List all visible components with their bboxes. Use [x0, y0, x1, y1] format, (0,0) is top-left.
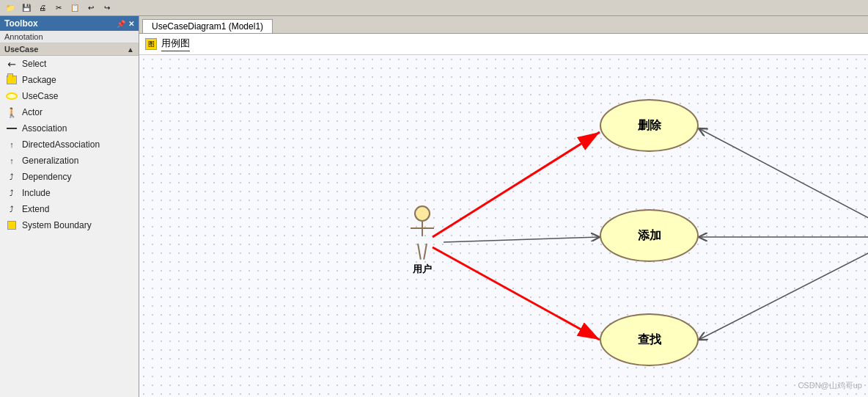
- toolbox-group-label: UseCase: [4, 45, 38, 54]
- usecase-icon: [6, 90, 18, 102]
- toolbox-header-icons: 📌 ✕: [117, 20, 134, 28]
- generalization-label: Generalization: [22, 156, 78, 166]
- watermark: CSDN@山鸡哥up: [798, 380, 862, 391]
- directed-label: DirectedAssociation: [22, 139, 100, 150]
- system-boundary-label: System Boundary: [22, 220, 92, 230]
- actor-user-torso: [422, 222, 423, 236]
- association-label: Association: [22, 123, 67, 134]
- include-icon: ⤴: [6, 187, 18, 199]
- diagram-icon-text: 图: [148, 40, 155, 49]
- toolbar-btn-7[interactable]: ↪: [100, 1, 114, 15]
- toolbox-item-usecase[interactable]: UseCase: [0, 88, 139, 104]
- usecase-delete[interactable]: 删除: [600, 99, 699, 152]
- right-panel: UseCaseDiagram1 (Model1) 图 用例图: [139, 16, 868, 397]
- arrow-admin-search: [699, 247, 868, 340]
- toolbar-row: 📁 💾 🖨 ✂ 📋 ↩ ↪: [0, 0, 868, 16]
- actor-user-leg-left: [417, 244, 422, 260]
- actor-user-legs: [417, 244, 427, 260]
- actor-user-arm-bar: [411, 227, 434, 229]
- toolbar-btn-1[interactable]: 📁: [3, 1, 18, 15]
- extend-label: Extend: [22, 204, 49, 214]
- usecase-add[interactable]: 添加: [600, 209, 699, 262]
- actor-icon: 🚶: [6, 106, 18, 118]
- diagram-canvas[interactable]: 删除 添加 查找: [139, 55, 868, 397]
- select-icon: ↖: [6, 58, 18, 70]
- toolbox-item-package[interactable]: Package: [0, 72, 139, 88]
- diagram-type-icon: 图: [145, 38, 157, 50]
- toolbox-item-directed[interactable]: ↑ DirectedAssociation: [0, 136, 139, 153]
- system-boundary-icon: [6, 219, 18, 231]
- tab-label: UseCaseDiagram1 (Model1): [152, 21, 263, 32]
- toolbox-item-extend[interactable]: ⤴ Extend: [0, 201, 139, 217]
- actor-user-head: [414, 205, 430, 222]
- toolbox-title: Toolbox: [4, 18, 38, 29]
- association-icon: [6, 123, 18, 134]
- usecase-search[interactable]: 查找: [600, 313, 699, 366]
- actor-user-label: 用户: [413, 263, 432, 276]
- toolbar-btn-5[interactable]: 📋: [67, 1, 82, 15]
- toolbar-btn-4[interactable]: ✂: [51, 1, 66, 15]
- actor-user-body: [411, 222, 434, 260]
- usecase-search-label: 查找: [638, 332, 661, 348]
- content-area: Toolbox 📌 ✕ Annotation UseCase ▲ ↖ Selec…: [0, 16, 868, 397]
- pin-icon[interactable]: 📌: [117, 20, 125, 28]
- include-label: Include: [22, 188, 51, 198]
- arrows-svg: [139, 55, 868, 397]
- main-container: 📁 💾 🖨 ✂ 📋 ↩ ↪ Toolbox 📌 ✕ Annotation Use…: [0, 0, 868, 397]
- extend-icon: ⤴: [6, 203, 18, 215]
- actor-user-leg-right: [423, 244, 427, 260]
- diagram-header: 图 用例图: [139, 34, 868, 55]
- toolbox-item-association[interactable]: Association: [0, 120, 139, 136]
- diagram-area: 图 用例图: [139, 34, 868, 397]
- toolbox-section-annotation: Annotation: [0, 31, 139, 43]
- actor-label: Actor: [22, 107, 43, 117]
- package-icon: [6, 74, 18, 86]
- toolbox-item-dependency[interactable]: ⤴ Dependency: [0, 169, 139, 185]
- generalization-icon: ↑: [6, 155, 18, 167]
- arrow-user-search: [433, 247, 600, 340]
- usecase-add-label: 添加: [638, 228, 661, 244]
- close-icon[interactable]: ✕: [128, 20, 134, 28]
- toolbar-btn-2[interactable]: 💾: [19, 1, 34, 15]
- dependency-label: Dependency: [22, 172, 71, 182]
- tab-bar: UseCaseDiagram1 (Model1): [139, 16, 868, 34]
- toolbar-btn-3[interactable]: 🖨: [35, 1, 50, 15]
- actor-user[interactable]: 用户: [411, 205, 434, 276]
- usecase-label: UseCase: [22, 91, 58, 101]
- toolbox-header: Toolbox 📌 ✕: [0, 16, 139, 31]
- package-label: Package: [22, 75, 56, 85]
- arrow-user-delete: [433, 132, 600, 237]
- toolbox-item-actor[interactable]: 🚶 Actor: [0, 104, 139, 120]
- actor-user-arms: [411, 236, 434, 238]
- usecase-delete-label: 删除: [638, 118, 661, 134]
- diagram-title: 用例图: [161, 37, 190, 51]
- toolbox-panel: Toolbox 📌 ✕ Annotation UseCase ▲ ↖ Selec…: [0, 16, 139, 397]
- directed-assoc-icon: ↑: [6, 139, 18, 150]
- toolbox-scroll-icon[interactable]: ▲: [127, 45, 134, 54]
- toolbox-item-system-boundary[interactable]: System Boundary: [0, 217, 139, 233]
- toolbar-btn-6[interactable]: ↩: [84, 1, 98, 15]
- toolbox-group-usecase: UseCase ▲: [0, 43, 139, 56]
- dependency-icon: ⤴: [6, 171, 18, 183]
- arrow-user-add: [444, 237, 600, 242]
- select-label: Select: [22, 59, 46, 69]
- diagram-tab[interactable]: UseCaseDiagram1 (Model1): [142, 19, 273, 33]
- arrow-admin-delete: [699, 128, 868, 224]
- toolbox-item-generalization[interactable]: ↑ Generalization: [0, 153, 139, 169]
- toolbox-item-select[interactable]: ↖ Select: [0, 56, 139, 72]
- toolbox-item-include[interactable]: ⤴ Include: [0, 185, 139, 201]
